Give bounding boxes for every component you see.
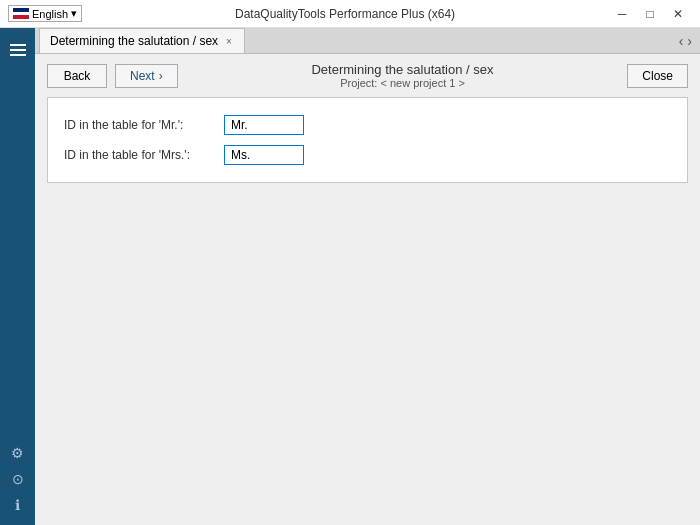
minimize-button[interactable]: ─ bbox=[608, 4, 636, 24]
next-arrow-icon: › bbox=[159, 69, 163, 83]
tab-bar-left: Determining the salutation / sex × bbox=[39, 28, 245, 53]
mr-label: ID in the table for 'Mr.': bbox=[64, 118, 214, 132]
tab-bar: Determining the salutation / sex × ‹ › bbox=[35, 28, 700, 54]
tab-close-button[interactable]: × bbox=[224, 36, 234, 47]
tab-bar-nav: ‹ › bbox=[679, 33, 696, 49]
flag-icon bbox=[13, 8, 29, 19]
help-icon[interactable]: ⊙ bbox=[8, 469, 28, 489]
mr-input[interactable] bbox=[224, 115, 304, 135]
sidebar-menu-button[interactable] bbox=[4, 36, 32, 64]
tab-label: Determining the salutation / sex bbox=[50, 34, 218, 48]
toolbar-left: Back Next › bbox=[47, 64, 178, 88]
back-label: Back bbox=[64, 69, 91, 83]
mrs-label: ID in the table for 'Mrs.': bbox=[64, 148, 214, 162]
window-close-button[interactable]: ✕ bbox=[664, 4, 692, 24]
hamburger-line bbox=[10, 49, 26, 51]
title-bar-left: English ▾ bbox=[8, 5, 82, 22]
tab-nav-right[interactable]: › bbox=[687, 33, 692, 49]
tab-nav-left[interactable]: ‹ bbox=[679, 33, 684, 49]
title-bar: English ▾ DataQualityTools Performance P… bbox=[0, 0, 700, 28]
window-controls: ─ □ ✕ bbox=[608, 4, 692, 24]
mrs-input[interactable] bbox=[224, 145, 304, 165]
form-section: ID in the table for 'Mr.': ID in the tab… bbox=[47, 97, 688, 183]
page-title: Determining the salutation / sex bbox=[186, 62, 620, 77]
project-label: Project: < new project 1 > bbox=[186, 77, 620, 89]
tab-salutation[interactable]: Determining the salutation / sex × bbox=[39, 28, 245, 53]
page-container: Back Next › Determining the salutation /… bbox=[35, 54, 700, 525]
hamburger-line bbox=[10, 54, 26, 56]
next-button[interactable]: Next › bbox=[115, 64, 178, 88]
sidebar: ⚙ ⊙ ℹ bbox=[0, 28, 35, 525]
mrs-row: ID in the table for 'Mrs.': bbox=[64, 140, 671, 170]
lang-dropdown-icon: ▾ bbox=[71, 7, 77, 20]
app-title: DataQualityTools Performance Plus (x64) bbox=[82, 7, 608, 21]
main-layout: ⚙ ⊙ ℹ Determining the salutation / sex ×… bbox=[0, 28, 700, 525]
language-selector[interactable]: English ▾ bbox=[8, 5, 82, 22]
back-button[interactable]: Back bbox=[47, 64, 107, 88]
toolbar-center: Determining the salutation / sex Project… bbox=[186, 62, 620, 89]
sidebar-bottom: ⚙ ⊙ ℹ bbox=[8, 443, 28, 525]
next-label: Next bbox=[130, 69, 155, 83]
toolbar: Back Next › Determining the salutation /… bbox=[35, 54, 700, 97]
content-area: Determining the salutation / sex × ‹ › B… bbox=[35, 28, 700, 525]
close-label: Close bbox=[642, 69, 673, 83]
info-icon[interactable]: ℹ bbox=[8, 495, 28, 515]
settings-icon[interactable]: ⚙ bbox=[8, 443, 28, 463]
language-label: English bbox=[32, 8, 68, 20]
hamburger-line bbox=[10, 44, 26, 46]
mr-row: ID in the table for 'Mr.': bbox=[64, 110, 671, 140]
close-button[interactable]: Close bbox=[627, 64, 688, 88]
restore-button[interactable]: □ bbox=[636, 4, 664, 24]
